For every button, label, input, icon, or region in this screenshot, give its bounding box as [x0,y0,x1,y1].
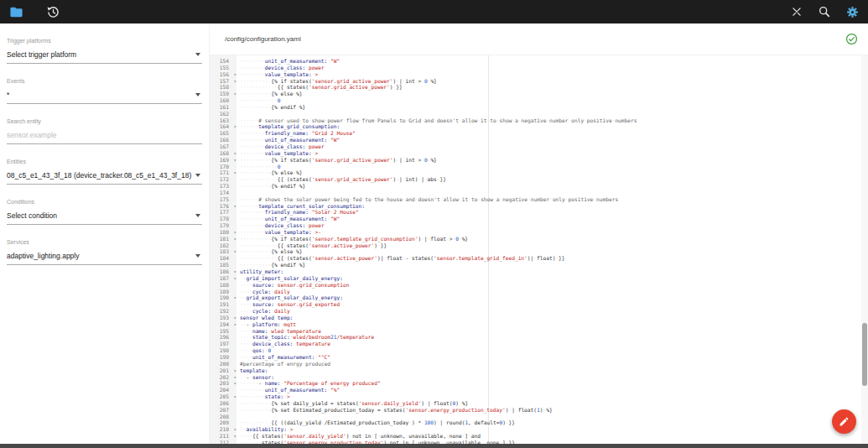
code-line[interactable]: ····name:·wled·temperature [240,328,861,335]
fold-toggle-icon[interactable]: ▾ [233,229,236,236]
close-icon[interactable] [789,4,804,19]
services-select[interactable]: adaptive_lighting.apply [7,251,202,265]
fold-toggle-icon[interactable]: ▾ [233,380,236,387]
fold-toggle-icon[interactable]: ▾ [233,321,236,328]
code-line[interactable]: ····cycle:·daily [240,308,861,315]
search-entity-input[interactable] [7,130,202,144]
edit-fab-button[interactable] [832,409,856,434]
code-line[interactable]: ··········{%·if·states('sensor.template_… [240,236,861,242]
code-line[interactable]: ··-·platform:·mqtt [240,321,861,328]
code-line[interactable]: ····source:·sensor.grid_consumption [240,282,861,289]
code-line[interactable]: ············0 [240,97,861,104]
fold-toggle-icon[interactable]: ▾ [233,268,236,275]
code-line[interactable]: ············{{·states('sensor.active_pow… [240,242,861,249]
code-line[interactable]: ············{{·(states('sensor.active_po… [240,255,861,262]
fold-toggle-icon[interactable]: ▾ [233,374,236,381]
code-line[interactable]: ··········{%·else·%} [240,91,861,97]
code-line[interactable]: ········unit_of_measurement:·"W" [240,137,861,143]
fold-toggle-icon[interactable]: ▾ [233,157,236,164]
fold-toggle-icon[interactable]: ▾ [233,275,236,282]
fold-toggle-icon[interactable]: ▾ [233,236,236,242]
code-line[interactable]: ········unit_of_measurement:·"W" [240,216,861,222]
code-line[interactable]: ······#·sensor·used·to·show·power·flow·f… [240,117,861,124]
code-line[interactable]: ··········{%·if·states('sensor.grid_acti… [240,78,861,85]
topbar [0,0,868,23]
search-icon[interactable] [817,4,832,19]
code-line[interactable]: ········value_template:·> [240,71,861,78]
fold-toggle-icon[interactable]: ▾ [233,150,236,157]
fold-toggle-icon[interactable]: ▾ [233,78,236,85]
code-line[interactable] [240,190,861,196]
code-line[interactable]: ··········{%·endif·%} [240,104,861,111]
code-editor[interactable]: 154155156▾157▾158159▾160161162163164▾165… [210,55,868,444]
settings-gear-icon[interactable] [845,4,860,19]
entities-select[interactable]: 08_c5_e1_43_3f_18 (device_tracker.08_c5_… [7,170,202,185]
code-line[interactable]: ······-·name:·"Percentage·of·energy·prod… [240,380,861,387]
code-line[interactable]: sensor wled temp: [240,315,861,321]
code-line[interactable]: ··········{%·endif·%} [240,262,861,268]
code-line[interactable]: ····unit_of_measurement:·"°C" [240,354,861,361]
code-line[interactable]: ··········{%·set·Estimated_production_to… [240,407,861,414]
code-line[interactable]: ············0 [240,164,861,170]
code-line[interactable]: ····qos:·0 [240,347,861,354]
code-line[interactable]: ··········{{·((daily_yield·/Estimated_pr… [240,419,861,426]
code-line[interactable]: template: [240,367,861,374]
code-line[interactable] [240,111,861,117]
fold-toggle-icon[interactable]: ▾ [233,426,236,433]
code-line[interactable]: ····{{·states('sensor.daily_yield')·not·… [240,433,861,440]
code-line[interactable]: ··········{%·endif·%} [240,183,861,190]
fold-toggle-icon[interactable]: ▾ [233,315,236,321]
code-line[interactable]: ····cycle:·daily [240,289,861,295]
code-line[interactable]: ····state_topic:·wled/bedroom21/temperat… [240,334,861,341]
fold-toggle-icon[interactable]: ▾ [233,203,236,210]
code-line[interactable]: ······template_curent_solar_consumption: [240,203,861,210]
fold-toggle-icon[interactable]: ▾ [233,294,236,301]
code-line[interactable]: ········unit_of_measurement:·"%" [240,387,861,393]
fold-toggle-icon[interactable]: ▾ [233,91,236,97]
code-line[interactable]: ········device_class:·power [240,143,861,150]
folder-icon[interactable] [8,4,23,19]
horizontal-scrollbar[interactable] [0,444,868,448]
trigger-platform-select[interactable]: Select trigger platform [7,49,202,64]
history-icon[interactable] [45,4,60,19]
code-line[interactable]: ········value_template:·> [240,150,861,157]
code-line[interactable]: ····device_class:·temperature [240,341,861,347]
code-line[interactable]: ······#·shows·the·solar·power·being·fed·… [240,196,861,203]
code-line[interactable]: ··········{%·else·%} [240,169,861,176]
code-line[interactable]: ····source:·sensor.grid_exported [240,301,861,308]
code-line[interactable]: utility_meter: [240,268,861,275]
events-select[interactable]: * [7,90,202,104]
fold-toggle-icon[interactable]: ▾ [233,393,236,400]
code-line[interactable]: ······template_grid_consumption: [240,123,861,130]
fold-toggle-icon[interactable]: ▾ [233,123,236,130]
vertical-scrollbar-thumb[interactable] [862,323,867,385]
code-line[interactable]: ········value_template:·>- [240,229,861,236]
code-line[interactable]: ········device_class:·power [240,222,861,229]
code-line[interactable]: ········state:·> [240,393,861,400]
fold-toggle-icon[interactable]: ▾ [233,248,236,255]
code-line[interactable] [240,414,861,420]
fold-toggle-icon[interactable]: ▾ [233,367,236,374]
fold-toggle-icon[interactable]: ▾ [233,169,236,176]
fold-toggle-icon[interactable]: ▾ [233,71,236,78]
code-line[interactable]: ············{{·states('sensor.grid_activ… [240,84,861,91]
code-line[interactable]: ········friendly_name:·"Grid·2·House" [240,130,861,137]
code-line[interactable]: ········unit_of_measurement:·"W" [240,58,861,65]
code-line[interactable]: ··grid_export_solar_daily_energy: [240,294,861,301]
code-line[interactable]: ··availability:·> [240,426,861,433]
vertical-scrollbar[interactable] [861,55,868,444]
code-line[interactable]: ········device_class:·power [240,65,861,71]
code-line[interactable]: ··grid_import_solar_daily_energy: [240,275,861,282]
code-line[interactable]: ········friendly_name:·"Solar·2·House" [240,209,861,216]
code-line[interactable]: ··········{%·set·daily_yield·=·states('s… [240,400,861,407]
code-line[interactable]: ··········{%·if·states('sensor.grid_acti… [240,157,861,164]
code-line[interactable]: ··········{%·else·%} [240,248,861,255]
line-number: 166 [210,137,236,143]
code-line[interactable]: #percentage·of·enrgy·produced [240,361,861,367]
code-line[interactable]: ··-·sensor: [240,374,861,381]
fold-toggle-icon[interactable]: ▾ [233,433,236,440]
code-area[interactable]: ········unit_of_measurement:·"W"········… [236,55,861,444]
code-line[interactable]: ············{{·(states('sensor.grid_acti… [240,176,861,183]
line-number: 185 [210,262,236,268]
conditions-select[interactable]: Select condition [7,211,202,225]
